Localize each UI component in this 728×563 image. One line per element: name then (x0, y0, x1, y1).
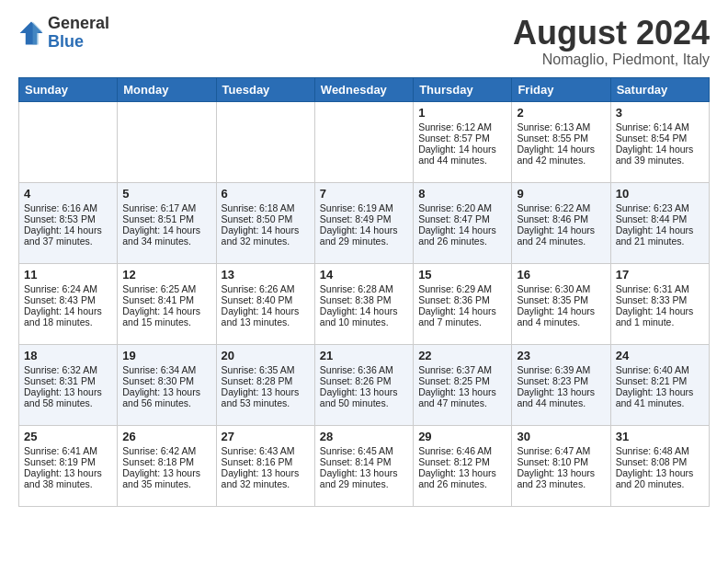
table-row: 16Sunrise: 6:30 AMSunset: 8:35 PMDayligh… (512, 263, 610, 344)
table-row: 12Sunrise: 6:25 AMSunset: 8:41 PMDayligh… (118, 263, 216, 344)
table-row: 3Sunrise: 6:14 AMSunset: 8:54 PMDaylight… (610, 101, 709, 182)
header: General Blue August 2024 Nomaglio, Piedm… (18, 15, 710, 68)
sunset-text: Sunset: 8:51 PM (122, 213, 194, 224)
day-number: 10 (616, 187, 704, 201)
day-number: 20 (222, 349, 310, 362)
table-row: 10Sunrise: 6:23 AMSunset: 8:44 PMDayligh… (610, 182, 709, 263)
day-number: 18 (24, 349, 112, 362)
daylight-text: Daylight: 13 hours and 35 minutes. (122, 467, 200, 489)
daylight-text: Daylight: 13 hours and 47 minutes. (418, 386, 496, 408)
sunrise-text: Sunrise: 6:24 AM (24, 283, 97, 294)
sunrise-text: Sunrise: 6:46 AM (418, 445, 492, 456)
sunset-text: Sunset: 8:18 PM (122, 456, 194, 467)
table-row: 4Sunrise: 6:16 AMSunset: 8:53 PMDaylight… (19, 182, 118, 263)
sunset-text: Sunset: 8:40 PM (222, 294, 293, 305)
daylight-text: Daylight: 14 hours and 39 minutes. (616, 144, 694, 166)
sunrise-text: Sunrise: 6:40 AM (616, 364, 689, 375)
daylight-text: Daylight: 13 hours and 44 minutes. (517, 386, 595, 408)
sunrise-text: Sunrise: 6:43 AM (222, 445, 295, 456)
calendar-table: Sunday Monday Tuesday Wednesday Thursday… (18, 77, 710, 507)
sunrise-text: Sunrise: 6:41 AM (24, 445, 97, 456)
sunrise-text: Sunrise: 6:29 AM (418, 283, 492, 294)
page: General Blue August 2024 Nomaglio, Piedm… (0, 0, 728, 563)
logo-blue: Blue (48, 33, 109, 52)
calendar-week-row: 4Sunrise: 6:16 AMSunset: 8:53 PMDaylight… (19, 182, 710, 263)
col-tuesday: Tuesday (216, 77, 314, 101)
sunrise-text: Sunrise: 6:20 AM (418, 202, 492, 213)
svg-marker-0 (20, 21, 43, 44)
table-row: 15Sunrise: 6:29 AMSunset: 8:36 PMDayligh… (414, 263, 512, 344)
daylight-text: Daylight: 13 hours and 32 minutes. (222, 467, 300, 489)
daylight-text: Daylight: 14 hours and 1 minute. (616, 305, 694, 327)
sunrise-text: Sunrise: 6:45 AM (320, 445, 393, 456)
sunrise-text: Sunrise: 6:36 AM (320, 364, 393, 375)
sunset-text: Sunset: 8:14 PM (320, 456, 392, 467)
day-number: 23 (517, 349, 605, 362)
table-row (216, 101, 314, 182)
sunrise-text: Sunrise: 6:22 AM (517, 202, 590, 213)
table-row: 30Sunrise: 6:47 AMSunset: 8:10 PMDayligh… (512, 425, 610, 506)
sunset-text: Sunset: 8:41 PM (122, 294, 194, 305)
table-row: 21Sunrise: 6:36 AMSunset: 8:26 PMDayligh… (314, 344, 413, 425)
sunset-text: Sunset: 8:54 PM (616, 132, 688, 144)
sunset-text: Sunset: 8:50 PM (222, 213, 293, 224)
day-number: 15 (418, 268, 506, 282)
table-row: 19Sunrise: 6:34 AMSunset: 8:30 PMDayligh… (118, 344, 216, 425)
sunrise-text: Sunrise: 6:48 AM (616, 445, 689, 456)
daylight-text: Daylight: 14 hours and 15 minutes. (122, 305, 200, 327)
table-row (314, 101, 413, 182)
col-friday: Friday (512, 77, 610, 101)
daylight-text: Daylight: 14 hours and 13 minutes. (222, 305, 300, 327)
day-number: 14 (320, 268, 408, 282)
day-number: 3 (616, 106, 704, 120)
daylight-text: Daylight: 14 hours and 29 minutes. (320, 224, 398, 247)
table-row: 29Sunrise: 6:46 AMSunset: 8:12 PMDayligh… (414, 425, 512, 506)
logo-icon (18, 20, 44, 46)
table-row: 2Sunrise: 6:13 AMSunset: 8:55 PMDaylight… (512, 101, 610, 182)
daylight-text: Daylight: 14 hours and 21 minutes. (616, 224, 694, 247)
day-number: 17 (616, 268, 704, 282)
table-row (118, 101, 216, 182)
day-number: 6 (222, 187, 310, 201)
table-row: 25Sunrise: 6:41 AMSunset: 8:19 PMDayligh… (19, 425, 118, 506)
sunrise-text: Sunrise: 6:14 AM (616, 121, 689, 132)
sunset-text: Sunset: 8:21 PM (616, 375, 688, 386)
daylight-text: Daylight: 13 hours and 20 minutes. (616, 467, 694, 489)
daylight-text: Daylight: 14 hours and 37 minutes. (24, 224, 102, 247)
day-number: 8 (418, 187, 506, 201)
sunset-text: Sunset: 8:44 PM (616, 213, 688, 224)
day-number: 7 (320, 187, 408, 201)
day-number: 5 (122, 187, 210, 201)
calendar-subtitle: Nomaglio, Piedmont, Italy (513, 52, 710, 68)
sunset-text: Sunset: 8:33 PM (616, 294, 688, 305)
table-row: 31Sunrise: 6:48 AMSunset: 8:08 PMDayligh… (610, 425, 709, 506)
col-monday: Monday (118, 77, 216, 101)
table-row: 11Sunrise: 6:24 AMSunset: 8:43 PMDayligh… (19, 263, 118, 344)
sunset-text: Sunset: 8:36 PM (418, 294, 490, 305)
daylight-text: Daylight: 13 hours and 23 minutes. (517, 467, 595, 489)
daylight-text: Daylight: 13 hours and 41 minutes. (616, 386, 694, 408)
daylight-text: Daylight: 13 hours and 26 minutes. (418, 467, 496, 489)
table-row: 13Sunrise: 6:26 AMSunset: 8:40 PMDayligh… (216, 263, 314, 344)
sunrise-text: Sunrise: 6:35 AM (222, 364, 295, 375)
daylight-text: Daylight: 14 hours and 4 minutes. (517, 305, 595, 327)
sunset-text: Sunset: 8:30 PM (122, 375, 194, 386)
daylight-text: Daylight: 14 hours and 32 minutes. (222, 224, 300, 247)
day-number: 31 (616, 430, 704, 443)
table-row: 7Sunrise: 6:19 AMSunset: 8:49 PMDaylight… (314, 182, 413, 263)
sunset-text: Sunset: 8:55 PM (517, 132, 588, 144)
sunset-text: Sunset: 8:10 PM (517, 456, 588, 467)
daylight-text: Daylight: 13 hours and 56 minutes. (122, 386, 200, 408)
sunrise-text: Sunrise: 6:32 AM (24, 364, 97, 375)
sunset-text: Sunset: 8:35 PM (517, 294, 588, 305)
calendar-week-row: 25Sunrise: 6:41 AMSunset: 8:19 PMDayligh… (19, 425, 710, 506)
title-block: August 2024 Nomaglio, Piedmont, Italy (513, 15, 710, 68)
sunrise-text: Sunrise: 6:37 AM (418, 364, 492, 375)
table-row: 8Sunrise: 6:20 AMSunset: 8:47 PMDaylight… (414, 182, 512, 263)
sunrise-text: Sunrise: 6:42 AM (122, 445, 196, 456)
day-number: 24 (616, 349, 704, 362)
col-saturday: Saturday (610, 77, 709, 101)
table-row: 6Sunrise: 6:18 AMSunset: 8:50 PMDaylight… (216, 182, 314, 263)
table-row: 1Sunrise: 6:12 AMSunset: 8:57 PMDaylight… (414, 101, 512, 182)
daylight-text: Daylight: 14 hours and 34 minutes. (122, 224, 200, 247)
